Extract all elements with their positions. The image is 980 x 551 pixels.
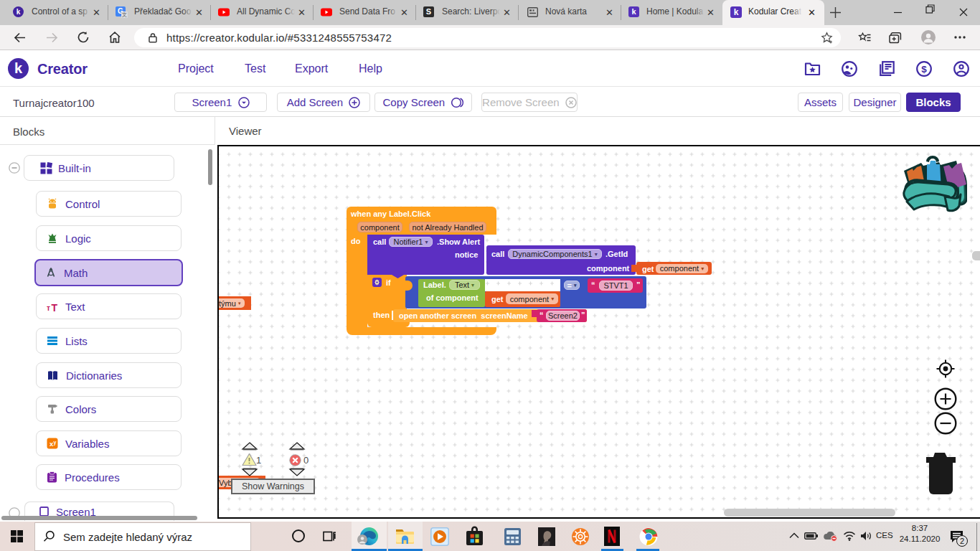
svg-text:$: $ (921, 64, 927, 75)
svg-text:т: т (47, 303, 50, 311)
svg-text:T: T (52, 301, 58, 312)
svg-text:y: y (54, 440, 57, 446)
